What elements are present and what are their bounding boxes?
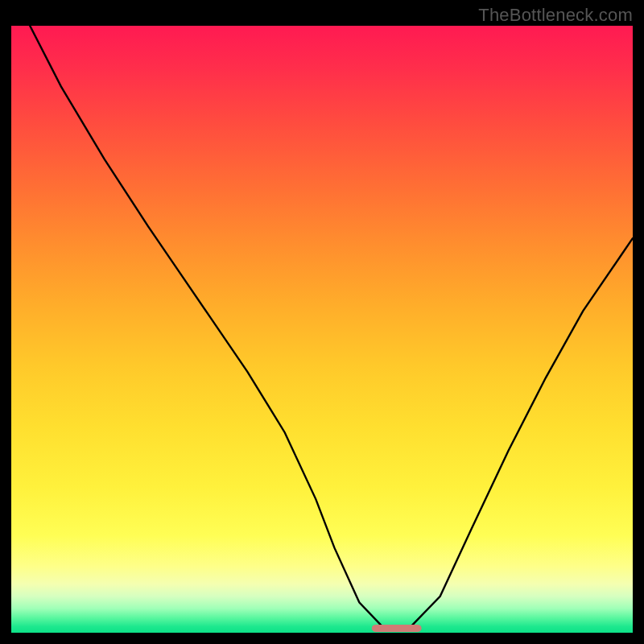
- optimum-marker: [372, 625, 422, 632]
- attribution-text: TheBottleneck.com: [478, 5, 633, 26]
- bottleneck-curve-path: [30, 26, 633, 629]
- chart-plot-area: [11, 26, 633, 633]
- chart-svg: [11, 26, 633, 633]
